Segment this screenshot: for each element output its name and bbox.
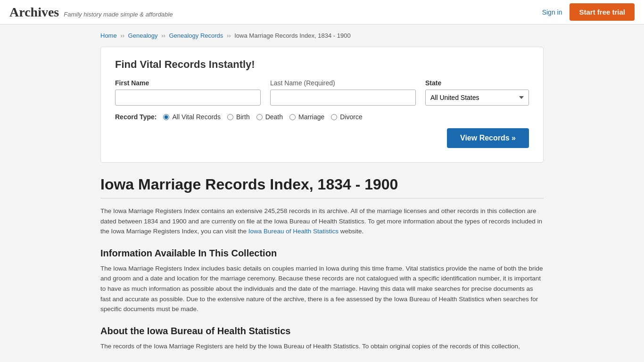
- state-select[interactable]: All United StatesAlabamaAlaskaArizonaArk…: [425, 90, 529, 106]
- radio-label-death: Death: [265, 113, 283, 121]
- site-header: Archives Family history made simple & af…: [0, 0, 644, 25]
- breadcrumb-sep-1: ››: [120, 32, 124, 39]
- radio-birth[interactable]: Birth: [227, 113, 250, 121]
- start-trial-button[interactable]: Start free trial: [570, 3, 635, 21]
- form-actions: View Records »: [115, 128, 529, 148]
- breadcrumb-genealogy-records[interactable]: Genealogy Records: [169, 32, 223, 39]
- breadcrumb: Home ›› Genealogy ›› Genealogy Records ›…: [100, 32, 544, 39]
- sign-in-link[interactable]: Sign in: [542, 8, 562, 16]
- radio-input-birth[interactable]: [227, 114, 233, 120]
- last-name-label: Last Name (Required): [270, 79, 416, 87]
- first-name-label: First Name: [115, 79, 261, 87]
- record-type-label: Record Type:: [115, 113, 157, 121]
- page-description-1: The Iowa Marriage Registers Index contai…: [100, 206, 544, 237]
- radio-label-birth: Birth: [236, 113, 250, 121]
- breadcrumb-genealogy[interactable]: Genealogy: [128, 32, 158, 39]
- section1-text: The Iowa Marriage Registers Index includ…: [100, 263, 544, 314]
- radio-label-marriage: Marriage: [298, 113, 324, 121]
- site-tagline: Family history made simple & affordable: [64, 11, 173, 18]
- radio-marriage[interactable]: Marriage: [289, 113, 324, 121]
- view-records-button[interactable]: View Records »: [447, 128, 529, 148]
- main-content: Home ›› Genealogy ›› Genealogy Records ›…: [91, 25, 553, 362]
- search-title: Find Vital Records Instantly!: [115, 58, 529, 71]
- form-fields-row: First Name Last Name (Required) State Al…: [115, 79, 529, 106]
- last-name-input[interactable]: [270, 90, 416, 106]
- header-actions: Sign in Start free trial: [542, 3, 635, 21]
- radio-divorce[interactable]: Divorce: [331, 113, 362, 121]
- page-divider: [100, 198, 544, 198]
- search-box: Find Vital Records Instantly! First Name…: [100, 47, 544, 163]
- header-logo-area: Archives Family history made simple & af…: [9, 5, 173, 20]
- state-label: State: [425, 79, 529, 87]
- breadcrumb-home[interactable]: Home: [100, 32, 117, 39]
- radio-input-marriage[interactable]: [289, 114, 296, 120]
- radio-death[interactable]: Death: [256, 113, 283, 121]
- record-type-row: Record Type: All Vital Records Birth Dea…: [115, 113, 529, 121]
- last-name-group: Last Name (Required): [270, 79, 416, 106]
- radio-input-death[interactable]: [256, 114, 263, 120]
- section2-title: About the Iowa Bureau of Health Statisti…: [100, 326, 544, 337]
- first-name-group: First Name: [115, 79, 261, 106]
- section2-text: The records of the Iowa Marriage Registe…: [100, 341, 544, 352]
- iowa-bureau-link[interactable]: Iowa Bureau of Health Statistics: [248, 228, 339, 235]
- radio-label-divorce: Divorce: [340, 113, 362, 121]
- radio-label-all: All Vital Records: [172, 113, 220, 121]
- first-name-input[interactable]: [115, 90, 261, 106]
- radio-input-all[interactable]: [163, 114, 169, 120]
- section1-title: Information Available In This Collection: [100, 248, 544, 259]
- site-logo: Archives: [9, 5, 59, 20]
- radio-all-vital[interactable]: All Vital Records: [163, 113, 220, 121]
- breadcrumb-current: Iowa Marriage Records Index, 1834 - 1900: [234, 32, 350, 39]
- breadcrumb-sep-2: ››: [161, 32, 165, 39]
- breadcrumb-sep-3: ››: [227, 32, 231, 39]
- page-title: Iowa Marriage Records Index, 1834 - 1900: [100, 176, 544, 193]
- state-group: State All United StatesAlabamaAlaskaAriz…: [425, 79, 529, 106]
- radio-input-divorce[interactable]: [331, 114, 337, 120]
